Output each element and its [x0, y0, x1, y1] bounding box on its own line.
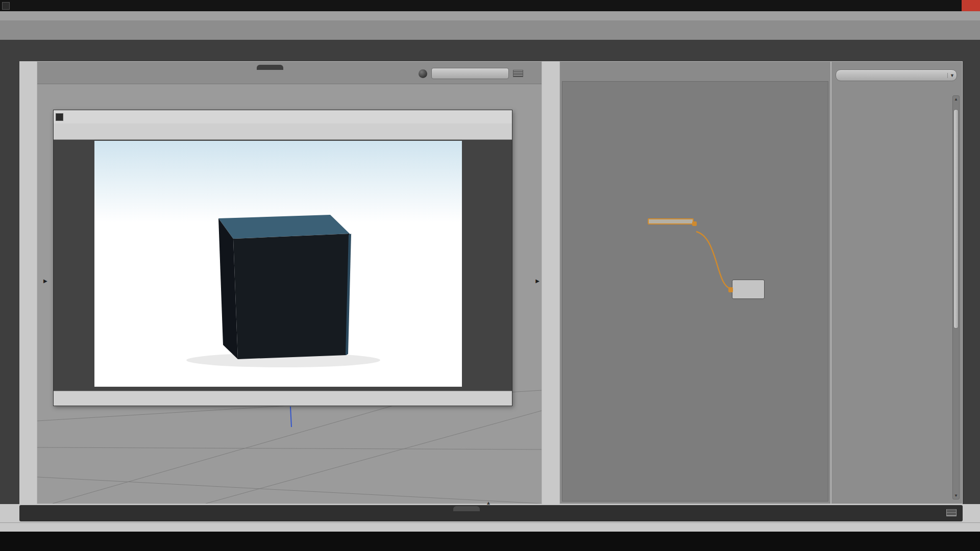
- window-titlebar: [0, 0, 980, 11]
- menu-bar: [0, 11, 980, 20]
- nge-header: [560, 62, 830, 81]
- default-material-node[interactable]: [732, 280, 765, 299]
- daz-studio-window: ▶ ▶: [0, 0, 980, 551]
- nge-canvas[interactable]: [562, 81, 828, 502]
- specular-material-node[interactable]: [648, 218, 694, 224]
- octane-viewport-window: [53, 110, 512, 406]
- octane-maximize-button[interactable]: [475, 111, 494, 122]
- timeline-row: ▲: [0, 504, 980, 522]
- node-link: [562, 82, 828, 502]
- octane-control-bar: [54, 391, 512, 406]
- right-activity-strip: [963, 61, 980, 504]
- main-toolbar: [0, 40, 980, 61]
- octane-render-area: [54, 140, 512, 391]
- render-content: [94, 141, 462, 387]
- viewport-menu-icon[interactable]: [513, 70, 523, 77]
- footer-strip: [0, 522, 980, 532]
- viewport-header: [37, 62, 542, 84]
- timeline-pane-tab[interactable]: [453, 506, 480, 511]
- rendered-image: [94, 141, 462, 387]
- file-actions-strip: [0, 61, 19, 522]
- material-in-port[interactable]: [728, 287, 733, 292]
- material-type-selector[interactable]: ▼: [836, 69, 957, 81]
- material-properties-panel: ▼ ▲ ▼: [831, 61, 963, 504]
- properties-scrollbar[interactable]: ▲ ▼: [952, 95, 960, 499]
- viewport-shading-icon[interactable]: [419, 69, 427, 78]
- windows-taskbar: [0, 532, 980, 551]
- timeline-collapse-arrow[interactable]: ▲: [486, 500, 491, 506]
- scrollbar-thumb[interactable]: [953, 109, 959, 329]
- scroll-down-icon[interactable]: ▼: [953, 493, 959, 498]
- scroll-up-icon[interactable]: ▲: [953, 97, 959, 102]
- octane-close-button[interactable]: [494, 111, 512, 122]
- octane-window-icon: [56, 113, 63, 121]
- camera-selector[interactable]: [431, 68, 509, 79]
- properties-title: [831, 62, 962, 69]
- viewport-pane: ▶ ▶: [37, 61, 542, 504]
- timeline-bar: [19, 505, 963, 521]
- viewport-canvas[interactable]: [37, 84, 542, 504]
- pane-collapse-arrow-right[interactable]: ▶: [535, 278, 540, 284]
- octane-toolbar: [54, 123, 512, 140]
- viewport-pane-tab[interactable]: [257, 65, 283, 70]
- left-pane-tabs: [19, 61, 37, 504]
- activity-bar: [0, 20, 980, 40]
- octane-window-titlebar[interactable]: [54, 110, 512, 123]
- timeline-menu-icon[interactable]: [946, 509, 957, 516]
- minimize-button[interactable]: [925, 0, 943, 11]
- chevron-down-icon: ▼: [947, 73, 957, 78]
- close-button[interactable]: [962, 0, 980, 11]
- octane-minimize-button[interactable]: [457, 111, 475, 122]
- pane-collapse-arrow-left[interactable]: ▶: [43, 278, 47, 284]
- material-out-port[interactable]: [692, 221, 697, 226]
- maximize-button[interactable]: [943, 0, 962, 11]
- app-icon: [2, 2, 10, 10]
- node-graph-editor: [559, 61, 831, 504]
- center-pane-tabs: [542, 61, 559, 504]
